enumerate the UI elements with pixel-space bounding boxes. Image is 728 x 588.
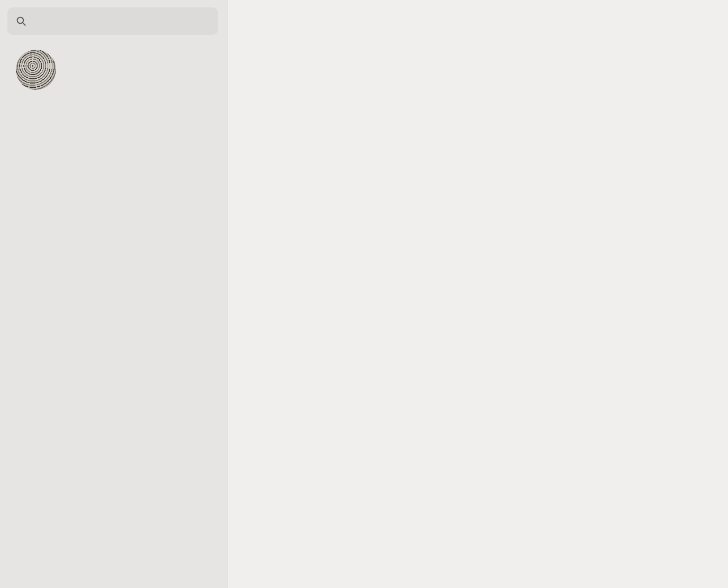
search-field[interactable] [7,7,218,35]
apple-id-profile[interactable] [16,50,212,90]
search-icon [15,15,28,27]
general-settings-pane [228,0,728,588]
applecare-promo[interactable] [16,112,204,117]
avatar [16,50,56,90]
settings-sidebar [0,0,228,588]
search-input[interactable] [33,14,211,29]
